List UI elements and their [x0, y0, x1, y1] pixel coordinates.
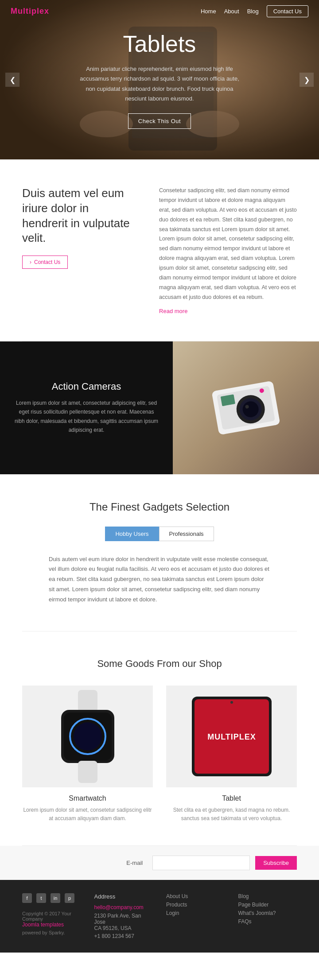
instagram-icon[interactable]: in [51, 893, 60, 903]
footer-link-joomla[interactable]: What's Joomla? [238, 910, 297, 916]
hero-title: Tablets [80, 31, 239, 57]
footer-col-2: About Us Products Login [166, 893, 225, 939]
logo[interactable]: Multiplex [11, 7, 49, 16]
navbar: Multiplex Home About Blog Contact Us [0, 0, 319, 23]
svg-point-23 [230, 701, 233, 704]
newsletter-label: E-mail [126, 860, 143, 866]
smartwatch-svg [48, 690, 128, 783]
hero-content: Tablets Anim pariatur cliche reprehender… [80, 31, 239, 128]
hero-section: ❮ Tablets Anim pariatur cliche reprehend… [0, 0, 319, 159]
footer-link-pagebuilder[interactable]: Page Builder [238, 902, 297, 908]
about-left: Duis autem vel eum iriure dolor in hendr… [22, 186, 137, 314]
tablet-name: Tablet [166, 794, 297, 802]
hero-body: Anim pariatur cliche reprehenderit, enim… [80, 64, 239, 103]
footer-col-3: Blog Page Builder What's Joomla? FAQs [238, 893, 297, 939]
svg-rect-14 [78, 690, 97, 712]
footer-link-faqs[interactable]: FAQs [238, 918, 297, 925]
social-icons: f t in p [22, 893, 81, 903]
footer-col-address: Address hello@company.com 2130 Park Ave,… [94, 893, 153, 939]
tab-hobby-users[interactable]: Hobby Users [105, 527, 159, 541]
tablet-desc: Stet clita ea et gubergren, kasd magna n… [166, 806, 297, 823]
camera-image [197, 364, 295, 452]
copyright: Copyright © 2017 Your Company Joomla tem… [22, 911, 81, 935]
shop-section: Some Goods From our Shop Smartwatch [0, 631, 319, 845]
chevron-right-icon: › [30, 259, 31, 265]
about-section: Duis autem vel eum iriure dolor in hendr… [0, 159, 319, 341]
shop-item-tablet: MULTIPLEX Tablet Stet clita ea et guberg… [166, 686, 297, 823]
hero-cta-button[interactable]: Check This Out [128, 113, 191, 129]
newsletter-email-input[interactable] [152, 856, 250, 870]
footer-address-line2: CA 95126, USA [94, 925, 153, 931]
about-body: Consetetur sadipscing elitr, sed diam no… [159, 186, 297, 302]
footer-link-login[interactable]: Login [166, 910, 225, 916]
hero-next-button[interactable]: ❯ [300, 73, 314, 87]
cameras-left: Action Cameras Lorem ipsum dolor sit ame… [0, 341, 173, 474]
logo-text: Multiple [11, 7, 44, 15]
nav-home[interactable]: Home [201, 8, 216, 15]
hero-prev-button[interactable]: ❮ [5, 73, 19, 87]
shop-item-smartwatch: Smartwatch Lorem ipsum dolor sit amet, c… [22, 686, 153, 823]
twitter-icon[interactable]: t [36, 893, 46, 903]
tabs-container: Hobby Users Professionals [22, 527, 297, 541]
subscribe-button[interactable]: Subscribe [255, 856, 297, 870]
joomla-templates-link[interactable]: Joomla templates [22, 922, 81, 928]
cameras-section: Action Cameras Lorem ipsum dolor sit ame… [0, 341, 319, 474]
smartwatch-desc: Lorem ipsum dolor sit amet, consetetur s… [22, 806, 153, 823]
footer-email[interactable]: hello@company.com [94, 904, 153, 910]
footer: f t in p Copyright © 2017 Your Company J… [0, 880, 319, 953]
svg-text:MULTIPLEX: MULTIPLEX [207, 732, 256, 741]
shop-heading: Some Goods From our Shop [22, 658, 297, 670]
smartwatch-image [22, 686, 153, 787]
footer-link-products[interactable]: Products [166, 902, 225, 908]
about-right: Consetetur sadipscing elitr, sed diam no… [159, 186, 297, 314]
gadgets-body: Duis autem vel eum iriure dolor in hendr… [49, 554, 270, 605]
about-heading: Duis autem vel eum iriure dolor in hendr… [22, 186, 137, 246]
footer-address-line1: 2130 Park Ave, San Jose [94, 913, 153, 925]
footer-link-blog[interactable]: Blog [238, 893, 297, 899]
footer-phone: +1 800 1234 567 [94, 933, 153, 939]
logo-accent: x [44, 7, 49, 15]
tablet-image: MULTIPLEX [166, 686, 297, 787]
svg-point-18 [74, 722, 102, 751]
about-contact-button[interactable]: › Contact Us [22, 256, 68, 269]
cameras-heading: Action Cameras [52, 381, 121, 392]
tab-professionals[interactable]: Professionals [159, 527, 214, 541]
gadgets-section: The Finest Gadgets Selection Hobby Users… [0, 474, 319, 631]
newsletter-bar: E-mail Subscribe [0, 846, 319, 880]
nav-blog[interactable]: Blog [247, 8, 259, 15]
smartwatch-name: Smartwatch [22, 794, 153, 802]
shop-grid: Smartwatch Lorem ipsum dolor sit amet, c… [22, 686, 297, 823]
nav-contact-button[interactable]: Contact Us [267, 5, 308, 17]
cameras-body: Lorem ipsum dolor sit amet, consectetur … [13, 399, 160, 435]
footer-link-about[interactable]: About Us [166, 893, 225, 899]
read-more-link[interactable]: Read more [159, 308, 297, 314]
nav-about[interactable]: About [224, 8, 239, 15]
tablet-svg: MULTIPLEX [187, 690, 276, 783]
address-label: Address [94, 893, 153, 900]
svg-rect-19 [78, 761, 97, 783]
pinterest-icon[interactable]: p [65, 893, 74, 903]
facebook-icon[interactable]: f [22, 893, 32, 903]
footer-col-1: f t in p Copyright © 2017 Your Company J… [22, 893, 81, 939]
nav-links: Home About Blog Contact Us [201, 5, 308, 17]
cameras-right [173, 341, 319, 474]
gadgets-heading: The Finest Gadgets Selection [22, 501, 297, 513]
